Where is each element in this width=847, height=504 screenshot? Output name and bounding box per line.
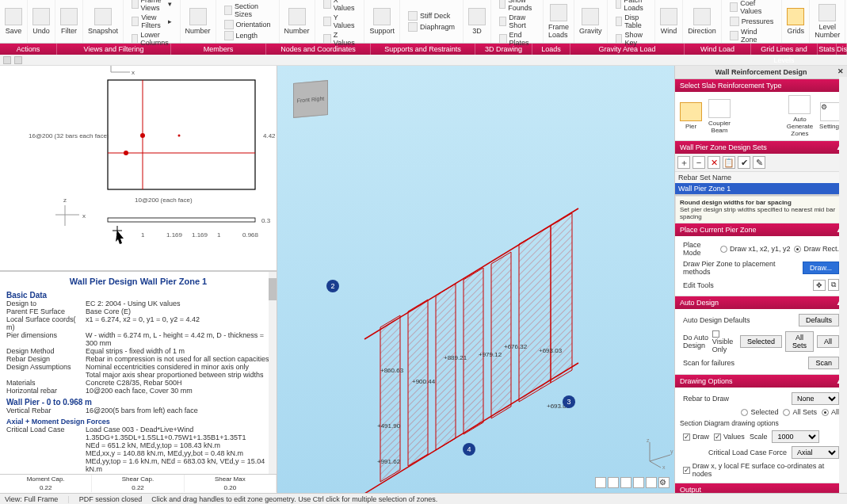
svg-point-3: [124, 151, 128, 155]
show-founds-button[interactable]: Show Founds: [499, 0, 535, 12]
report-title: Wall Pier Design Wall Pier Zone 1: [6, 277, 270, 286]
vp-tool-2[interactable]: [608, 477, 619, 488]
delete-zone-icon[interactable]: ✕: [708, 156, 720, 169]
paste-zone-icon[interactable]: 📋: [723, 156, 735, 169]
check-zone-icon[interactable]: ✔: [738, 156, 750, 169]
save-button[interactable]: Save: [5, 8, 22, 35]
svg-marker-28: [491, 252, 511, 418]
vp-tool-3[interactable]: [620, 477, 631, 488]
quick-tool-strip: [0, 55, 847, 66]
vp-tool-5[interactable]: [646, 477, 657, 488]
x-values-button[interactable]: X Values: [323, 0, 357, 12]
frame-views-button[interactable]: Frame Views ▾: [132, 0, 172, 12]
draw-xy-chk[interactable]: [683, 467, 690, 474]
zone-row-selected[interactable]: Wall Pier Zone 1: [675, 183, 847, 194]
undo-button[interactable]: Undo: [32, 8, 50, 35]
visible-only-chk[interactable]: [712, 330, 719, 338]
draw-all-radio[interactable]: [822, 409, 829, 416]
pressures-button[interactable]: Pressures: [730, 17, 774, 26]
category-gravity-area-load: Gravity Area Load: [570, 44, 685, 55]
force-label: +860.63: [380, 367, 403, 374]
members-number-button[interactable]: Number: [185, 8, 211, 35]
stiff-deck-button[interactable]: Stiff Deck: [408, 11, 455, 21]
wind-button[interactable]: Wind: [660, 8, 677, 35]
copy-tool-icon[interactable]: ⧉: [828, 279, 839, 291]
coef-values-button[interactable]: Coef Values: [730, 0, 774, 15]
svg-text:z: z: [63, 197, 67, 204]
pan-icon[interactable]: [14, 56, 22, 64]
svg-text:x: x: [662, 464, 666, 469]
draw-button[interactable]: Draw...: [803, 262, 839, 274]
3d-button[interactable]: 3D: [468, 8, 486, 35]
gravity-button[interactable]: Gravity: [579, 8, 602, 35]
critical-force-select[interactable]: Axial: [792, 446, 839, 459]
filter-button[interactable]: Filter: [60, 8, 78, 35]
type-pier[interactable]: Pier: [680, 102, 702, 130]
draw-chk[interactable]: [683, 433, 690, 441]
svg-text:1.169: 1.169: [166, 231, 183, 239]
zoom-icon[interactable]: [3, 56, 11, 64]
panel-settings[interactable]: ⚙Settings: [819, 102, 842, 130]
draw-short-button[interactable]: Draw Short: [499, 13, 535, 29]
svg-marker-30: [551, 213, 572, 383]
level-number-button[interactable]: Level Number: [815, 4, 840, 39]
node-badge-3: 3: [563, 395, 575, 408]
y-values-button[interactable]: Y Values: [323, 13, 357, 29]
edit-tools-label: Edit Tools: [683, 281, 813, 289]
force-label: +693.03: [539, 347, 562, 354]
move-tool-icon[interactable]: ✥: [813, 280, 826, 291]
draw-x1x2-radio[interactable]: [720, 246, 727, 253]
values-chk[interactable]: [714, 433, 721, 441]
draw-allsets-radio[interactable]: [783, 409, 790, 416]
length-button[interactable]: Length: [224, 31, 271, 40]
selected-button[interactable]: Selected: [740, 335, 782, 348]
viewport-toolbar[interactable]: ⚙: [595, 477, 670, 488]
vp-tool-1[interactable]: [595, 477, 606, 488]
disp-table-button[interactable]: Disp Table: [616, 13, 647, 29]
draw-rect-radio[interactable]: [794, 246, 801, 253]
prop-help-text: Set pier design strip widths specified t…: [680, 206, 835, 220]
svg-rect-0: [108, 80, 255, 189]
edit-zone-icon[interactable]: ✎: [753, 156, 765, 169]
category-members: Members: [171, 44, 266, 55]
all-button[interactable]: All: [817, 335, 839, 348]
svg-marker-29: [519, 226, 551, 402]
add-zone-icon[interactable]: ＋: [677, 156, 690, 169]
scale-select[interactable]: 1000: [772, 430, 819, 443]
wind-zone-button[interactable]: Wind Zone: [730, 28, 774, 44]
diaphragm-button[interactable]: Diaphragm: [408, 22, 455, 32]
nodes-number-button[interactable]: Number: [284, 8, 310, 35]
3d-viewport[interactable]: Front Right +676.32+491.90+860.63+900.44…: [277, 66, 674, 493]
type-coupler-beam[interactable]: Coupler Beam: [708, 99, 731, 134]
scan-button[interactable]: Scan: [808, 357, 839, 369]
defaults-button[interactable]: Defaults: [799, 314, 839, 326]
frame-loads-button[interactable]: Frame Loads: [548, 4, 569, 39]
svg-point-4: [140, 133, 145, 138]
force-label: +491.90: [377, 422, 400, 430]
node-badge-4: 4: [463, 443, 475, 456]
rebar-to-draw-select[interactable]: None: [792, 392, 839, 405]
vp-tool-4[interactable]: [633, 477, 644, 488]
design-report[interactable]: Wall Pier Design Wall Pier Zone 1 Basic …: [0, 272, 277, 474]
rebar-set-name-header: Rebar Set Name: [678, 174, 844, 181]
support-button[interactable]: Support: [369, 8, 395, 35]
snapshot-button[interactable]: Snapshot: [88, 8, 118, 35]
auto-generate-zones[interactable]: Auto Generate Zones: [787, 95, 813, 137]
place-mode-label: Place Mode: [683, 241, 720, 257]
category-grid-lines-and-levels: Grid Lines and Levels: [751, 44, 818, 55]
status-view: View: Full Frame: [5, 495, 58, 503]
section-sizes-button[interactable]: Section Sizes: [224, 2, 271, 18]
vp-tool-gear[interactable]: ⚙: [658, 477, 670, 488]
remove-zone-icon[interactable]: −: [692, 156, 705, 169]
prop-help-title: Round design widths for bar spacing: [680, 199, 792, 206]
patch-loads-button[interactable]: Patch Loads: [616, 0, 647, 12]
all-sets-button[interactable]: All Sets: [785, 331, 814, 352]
view-filters-button[interactable]: View Filters ▸: [132, 13, 172, 29]
direction-button[interactable]: Direction: [688, 8, 716, 35]
grids-button[interactable]: Grids: [787, 8, 804, 35]
section-drawing[interactable]: 16@200 (32 bars each face) 10@200 (each …: [0, 66, 277, 272]
report-scrollbar[interactable]: [269, 272, 277, 474]
orientation-button[interactable]: Orientation: [224, 20, 271, 29]
draw-selected-radio[interactable]: [741, 409, 748, 416]
panel-close-icon[interactable]: ✕: [837, 67, 844, 75]
